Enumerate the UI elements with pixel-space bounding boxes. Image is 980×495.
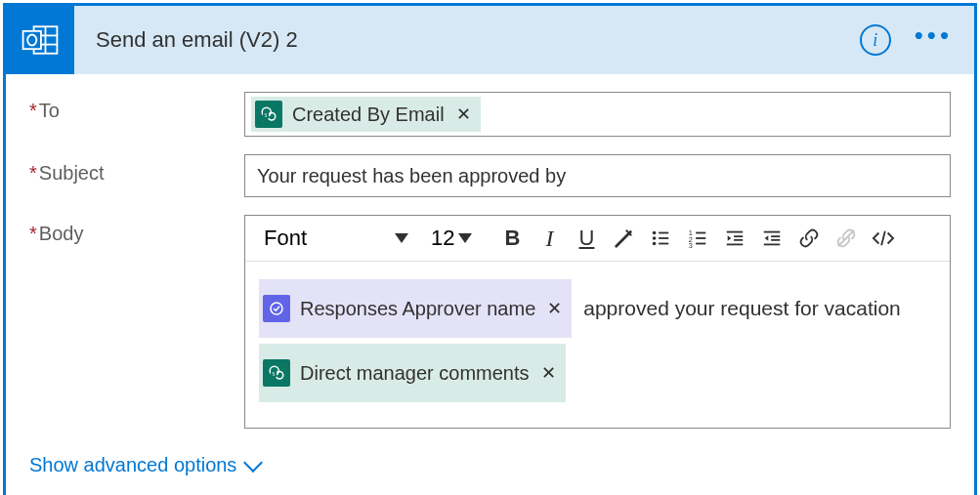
- email-action-card: Send an email (V2) 2 i ••• *To S Created…: [3, 3, 977, 495]
- code-view-button[interactable]: [867, 222, 900, 255]
- approvals-icon: [263, 295, 290, 322]
- body-line-1: Responses Approver name ✕ approved your …: [259, 279, 936, 338]
- body-row: *Body Font 12 B I U: [29, 215, 951, 429]
- svg-point-12: [653, 242, 657, 246]
- remove-token-icon[interactable]: ✕: [545, 300, 564, 317]
- subject-row: *Subject: [29, 154, 951, 197]
- svg-text:S: S: [265, 112, 268, 118]
- link-button[interactable]: [792, 222, 826, 255]
- card-header: Send an email (V2) 2 i •••: [6, 6, 974, 74]
- token-label: Responses Approver name: [300, 283, 535, 334]
- numbered-list-button[interactable]: 123: [681, 222, 714, 255]
- required-star: *: [29, 100, 37, 121]
- chevron-down-icon: [458, 233, 472, 243]
- to-input[interactable]: S Created By Email ✕: [244, 92, 951, 137]
- token-label: Direct manager comments: [300, 348, 530, 398]
- rich-text-editor: Font 12 B I U: [244, 215, 951, 429]
- sharepoint-icon: S: [255, 101, 282, 128]
- more-menu-icon[interactable]: •••: [909, 28, 959, 52]
- token-direct-manager-comments: S Direct manager comments ✕: [259, 344, 566, 402]
- underline-button[interactable]: U: [570, 222, 603, 255]
- outlook-icon-svg: [19, 19, 62, 62]
- to-label: *To: [29, 92, 244, 122]
- card-body: *To S Created By Email ✕ *Subject: [6, 74, 974, 495]
- required-star: *: [29, 223, 37, 244]
- info-icon[interactable]: i: [860, 24, 891, 56]
- italic-button[interactable]: I: [533, 222, 566, 255]
- rte-content[interactable]: Responses Approver name ✕ approved your …: [245, 262, 950, 428]
- chevron-down-icon: [395, 233, 408, 243]
- card-title: Send an email (V2) 2: [74, 27, 860, 53]
- body-label: *Body: [29, 215, 244, 245]
- rte-toolbar: Font 12 B I U: [245, 216, 950, 262]
- unlink-button: [830, 222, 863, 255]
- bullet-list-button[interactable]: [644, 222, 677, 255]
- remove-token-icon[interactable]: ✕: [454, 105, 473, 123]
- svg-text:3: 3: [689, 241, 693, 249]
- token-approver-name: Responses Approver name ✕: [259, 279, 572, 338]
- body-line-2: S Direct manager comments ✕: [259, 344, 936, 402]
- svg-point-10: [653, 231, 657, 235]
- token-label: Created By Email: [292, 103, 445, 126]
- font-color-button[interactable]: [607, 222, 640, 255]
- font-size-select[interactable]: 12: [423, 222, 480, 255]
- token-created-by-email: S Created By Email ✕: [251, 97, 481, 132]
- chevron-down-icon: [243, 453, 263, 473]
- subject-label: *Subject: [29, 154, 244, 185]
- outdent-button[interactable]: [718, 222, 751, 255]
- show-advanced-options-link[interactable]: Show advanced options: [29, 454, 260, 476]
- outlook-icon: [6, 6, 74, 74]
- svg-text:S: S: [273, 371, 276, 377]
- bold-button[interactable]: B: [495, 222, 529, 255]
- remove-token-icon[interactable]: ✕: [539, 364, 558, 382]
- required-star: *: [29, 162, 37, 184]
- body-text: approved your request for vacation: [583, 282, 901, 336]
- font-select[interactable]: Font: [253, 222, 419, 255]
- indent-button[interactable]: [755, 222, 788, 255]
- subject-input[interactable]: [244, 154, 951, 197]
- svg-point-11: [653, 236, 657, 240]
- to-row: *To S Created By Email ✕: [29, 92, 951, 137]
- sharepoint-icon: S: [263, 359, 290, 387]
- svg-point-32: [271, 303, 282, 314]
- svg-line-31: [882, 231, 886, 246]
